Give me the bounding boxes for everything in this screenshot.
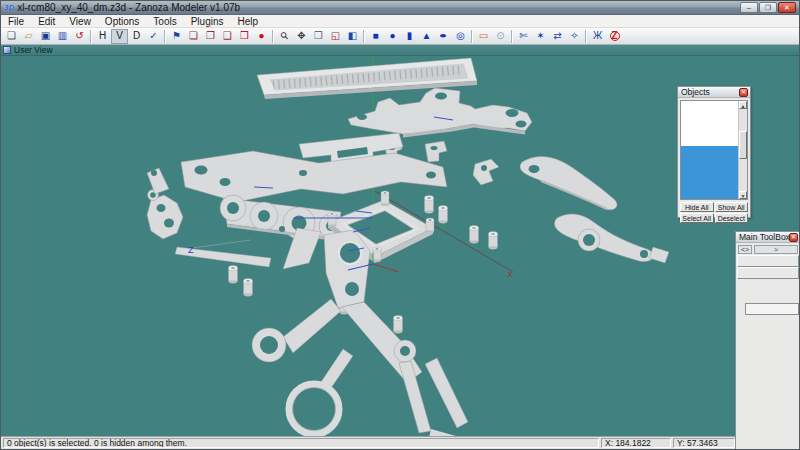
- status-message: 0 object(s) is selected. 0 is hidden amo…: [3, 438, 599, 448]
- objects-list-item[interactable]: [681, 191, 738, 200]
- collapse-arrows-icon[interactable]: <>: [738, 245, 752, 254]
- toolbox-item[interactable]: [737, 267, 799, 279]
- toolbox-item[interactable]: [736, 291, 800, 303]
- wire-box-1-icon[interactable]: ❏: [185, 29, 202, 44]
- toolbox-titlebar[interactable]: Main ToolBox ✕: [736, 232, 800, 243]
- save-floppy-icon[interactable]: ▣: [37, 29, 54, 44]
- objects-panel-title: Objects: [681, 87, 739, 97]
- objects-list-item[interactable]: [681, 173, 738, 182]
- view-box-icon[interactable]: ❒: [310, 29, 327, 44]
- toolbox-close-button[interactable]: ✕: [789, 233, 798, 242]
- scroll-thumb[interactable]: [739, 131, 747, 159]
- wire-box-3-icon[interactable]: ❑: [219, 29, 236, 44]
- objects-list-item[interactable]: [681, 128, 738, 137]
- objects-list-item[interactable]: [681, 119, 738, 128]
- objects-panel-button[interactable]: Select All: [680, 213, 714, 223]
- visible-v-button[interactable]: V: [111, 29, 128, 44]
- zmodeler-glyph-icon[interactable]: Ж: [589, 29, 606, 44]
- toolbox-item[interactable]: [736, 363, 800, 375]
- primitive-ellipsoid-icon[interactable]: ●: [435, 29, 452, 44]
- vertex-snap-icon[interactable]: ✓: [145, 29, 162, 44]
- objects-panel-titlebar[interactable]: Objects ✕: [678, 87, 750, 98]
- status-bar: 0 object(s) is selected. 0 is hidden amo…: [1, 436, 799, 449]
- minimize-button[interactable]: ‒: [740, 2, 758, 13]
- toolbox-item[interactable]: [736, 315, 800, 327]
- pan-hand-icon[interactable]: ✥: [293, 29, 310, 44]
- objects-scrollbar[interactable]: ▲ ▼: [738, 101, 747, 199]
- toolbox-header-icons: <>≈: [736, 243, 800, 255]
- rollup-icon[interactable]: ≈: [754, 245, 798, 254]
- zanoza-badge-icon[interactable]: Z: [606, 29, 623, 44]
- star-tool-icon[interactable]: ✶: [532, 29, 549, 44]
- wire-box-off-icon[interactable]: ❒: [236, 29, 253, 44]
- toolbar-separator: [272, 30, 274, 43]
- menu-item[interactable]: View: [62, 15, 98, 28]
- toolbox-item[interactable]: [736, 411, 800, 423]
- toolbox-item[interactable]: [736, 387, 800, 399]
- axis-label-x: x: [508, 269, 513, 279]
- primitive-sphere-icon[interactable]: ●: [384, 29, 401, 44]
- menu-item[interactable]: File: [1, 15, 31, 28]
- menu-item[interactable]: Edit: [31, 15, 62, 28]
- objects-panel-close-button[interactable]: ✕: [739, 88, 748, 97]
- maximize-button[interactable]: ❐: [759, 2, 777, 13]
- toolbox-item[interactable]: [736, 279, 800, 291]
- toolbox-item[interactable]: [736, 351, 800, 363]
- toolbar-separator: [585, 30, 587, 43]
- objects-panel-button[interactable]: Hide All: [680, 202, 714, 212]
- scroll-down-icon[interactable]: ▼: [739, 191, 747, 199]
- objects-list-item[interactable]: [681, 137, 738, 146]
- status-x-coordinate: X: 184.1822: [601, 438, 671, 448]
- toolbox-item[interactable]: [736, 399, 800, 411]
- toolbox-item[interactable]: [737, 255, 799, 267]
- objects-list-item[interactable]: [681, 164, 738, 173]
- wire-box-2-icon[interactable]: ❐: [202, 29, 219, 44]
- objects-list-item[interactable]: [681, 110, 738, 119]
- target-tool-icon[interactable]: ⊙: [492, 29, 509, 44]
- rectangle-tool-icon[interactable]: ▭: [475, 29, 492, 44]
- save-as-floppy-icon[interactable]: ▥: [54, 29, 71, 44]
- red-sphere-icon[interactable]: ●: [253, 29, 270, 44]
- zoom-magnifier-icon[interactable]: ⚲: [276, 29, 293, 44]
- app-window: 3D xl-rcm80_xy_40_dm.z3d - Zanoza Modele…: [0, 0, 800, 450]
- title-bar: 3D xl-rcm80_xy_40_dm.z3d - Zanoza Modele…: [1, 1, 799, 15]
- primitive-torus-icon[interactable]: ◎: [452, 29, 469, 44]
- objects-list-item[interactable]: [681, 146, 738, 155]
- open-folder-icon[interactable]: ▱: [20, 29, 37, 44]
- objects-list-item[interactable]: [681, 101, 738, 110]
- toolbox-title: Main ToolBox: [739, 232, 789, 242]
- objects-panel-button[interactable]: Show All: [715, 202, 749, 212]
- move-box-icon[interactable]: ◱: [327, 29, 344, 44]
- revert-arrow-icon[interactable]: ↺: [71, 29, 88, 44]
- view-header[interactable]: User View: [1, 45, 800, 56]
- polyline-select-icon[interactable]: ⚑: [168, 29, 185, 44]
- scroll-up-icon[interactable]: ▲: [739, 101, 747, 109]
- objects-list-item[interactable]: [681, 155, 738, 164]
- menu-item[interactable]: Plugins: [184, 15, 231, 28]
- objects-panel-button[interactable]: Deselect: [715, 213, 749, 223]
- menu-item[interactable]: Tools: [146, 15, 183, 28]
- window-title: xl-rcm80_xy_40_dm.z3d - Zanoza Modeler v…: [17, 2, 740, 13]
- toolbox-item[interactable]: [736, 327, 800, 339]
- primitive-cylinder-icon[interactable]: ▮: [401, 29, 418, 44]
- swap-tool-icon[interactable]: ⇄: [549, 29, 566, 44]
- cut-tool-icon[interactable]: ✄: [515, 29, 532, 44]
- toolbox-item[interactable]: [736, 339, 800, 351]
- menu-item[interactable]: Options: [98, 15, 146, 28]
- new-file-icon[interactable]: ❏: [3, 29, 20, 44]
- objects-list[interactable]: ▲ ▼: [680, 100, 748, 200]
- toolbox-item[interactable]: [736, 375, 800, 387]
- primitive-cone-icon[interactable]: ▲: [418, 29, 435, 44]
- toolbox-item[interactable]: [745, 303, 799, 315]
- close-button[interactable]: ✕: [778, 2, 796, 13]
- hide-h-button[interactable]: H: [94, 29, 111, 44]
- primitive-box-icon[interactable]: ■: [367, 29, 384, 44]
- shaded-box-icon[interactable]: ◧: [344, 29, 361, 44]
- objects-panel: Objects ✕ ▲ ▼ Hide AllShow AllSelect All…: [677, 86, 751, 218]
- objects-list-item[interactable]: [681, 182, 738, 191]
- window-controls: ‒❐✕: [740, 2, 796, 13]
- detail-d-button[interactable]: D: [128, 29, 145, 44]
- toolbox-item[interactable]: [736, 423, 800, 435]
- menu-item[interactable]: Help: [231, 15, 266, 28]
- figure-tool-icon[interactable]: ✧: [566, 29, 583, 44]
